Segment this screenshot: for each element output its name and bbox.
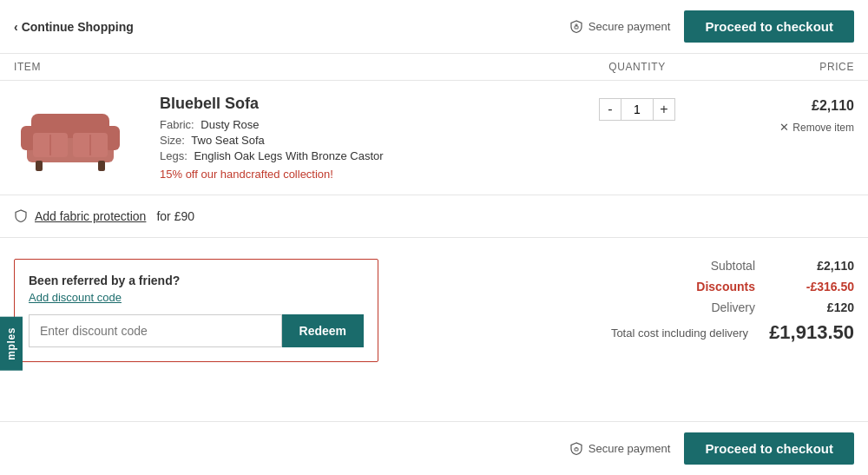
samples-tab[interactable]: mples bbox=[0, 317, 23, 371]
proceed-checkout-button-bottom[interactable]: Proceed to checkout bbox=[684, 432, 854, 465]
svg-rect-13 bbox=[575, 448, 578, 451]
secure-payment-label-top: Secure payment bbox=[589, 20, 671, 33]
order-summary: Subtotal £2,110 Discounts -£316.50 Deliv… bbox=[406, 259, 854, 362]
size-label: Size: bbox=[160, 134, 185, 147]
chevron-left-icon: ‹ bbox=[14, 20, 18, 34]
discounts-value: -£316.50 bbox=[776, 280, 854, 294]
item-size: Size: Two Seat Sofa bbox=[160, 134, 552, 147]
close-icon: ✕ bbox=[779, 121, 789, 134]
summary-subtotal-row: Subtotal £2,110 bbox=[406, 259, 854, 273]
item-details: Bluebell Sofa Fabric: Dusty Rose Size: T… bbox=[153, 95, 559, 181]
discount-title: Been referred by a friend? bbox=[29, 274, 364, 287]
secure-payment-bottom: Secure payment bbox=[569, 442, 671, 456]
item-name: Bluebell Sofa bbox=[160, 95, 552, 113]
legs-value: English Oak Legs With Bronze Castor bbox=[194, 149, 383, 162]
subtotal-label: Subtotal bbox=[599, 259, 755, 273]
delivery-value: £120 bbox=[776, 300, 854, 314]
quantity-increase-button[interactable]: + bbox=[653, 98, 675, 121]
svg-rect-0 bbox=[575, 26, 578, 29]
summary-total-row: Total cost including delivery £1,913.50 bbox=[406, 321, 854, 344]
discount-code-input[interactable] bbox=[29, 314, 282, 347]
size-value: Two Seat Sofa bbox=[191, 134, 265, 147]
top-bar: ‹ Continue Shopping Secure payment Proce… bbox=[0, 0, 868, 54]
fabric-label: Fabric: bbox=[160, 118, 194, 131]
subtotal-value: £2,110 bbox=[776, 259, 854, 273]
fabric-value: Dusty Rose bbox=[201, 118, 259, 131]
col-quantity-header: QUANTITY bbox=[559, 61, 715, 73]
total-value: £1,913.50 bbox=[769, 321, 854, 344]
bottom-bar: Secure payment Proceed to checkout bbox=[0, 421, 868, 475]
discounts-label: Discounts bbox=[599, 280, 755, 294]
item-fabric: Fabric: Dusty Rose bbox=[160, 118, 552, 131]
item-price: £2,110 bbox=[715, 98, 854, 114]
svg-point-2 bbox=[575, 23, 577, 25]
discount-input-row: Redeem bbox=[29, 314, 364, 347]
proceed-checkout-button-top[interactable]: Proceed to checkout bbox=[684, 10, 854, 43]
quantity-decrease-button[interactable]: - bbox=[599, 98, 621, 121]
fabric-protection-suffix: for £90 bbox=[156, 209, 194, 223]
col-empty-header bbox=[153, 61, 559, 73]
shield-icon-fabric bbox=[14, 209, 28, 223]
item-discount-text: 15% off our handcrafted collection! bbox=[160, 168, 552, 181]
table-header: ITEM QUANTITY PRICE bbox=[0, 54, 868, 81]
svg-rect-9 bbox=[36, 161, 43, 171]
svg-rect-10 bbox=[98, 161, 105, 171]
product-image bbox=[14, 95, 127, 177]
redeem-button[interactable]: Redeem bbox=[282, 314, 364, 347]
sofa-image-svg bbox=[14, 95, 127, 177]
quantity-input[interactable] bbox=[621, 98, 653, 121]
discount-section: Been referred by a friend? Add discount … bbox=[14, 259, 378, 362]
shield-lock-icon-bottom bbox=[569, 442, 583, 456]
col-price-header: PRICE bbox=[715, 61, 854, 73]
total-label: Total cost including delivery bbox=[592, 327, 748, 340]
add-discount-link[interactable]: Add discount code bbox=[29, 291, 364, 304]
top-bar-right: Secure payment Proceed to checkout bbox=[569, 10, 854, 43]
secure-payment-top: Secure payment bbox=[569, 20, 671, 34]
continue-shopping-label: Continue Shopping bbox=[22, 20, 134, 34]
fabric-protection-link[interactable]: Add fabric protection bbox=[35, 209, 146, 223]
fabric-protection-row: Add fabric protection for £90 bbox=[0, 195, 868, 238]
shield-lock-icon bbox=[569, 20, 583, 34]
secure-payment-label-bottom: Secure payment bbox=[589, 442, 671, 455]
delivery-label: Delivery bbox=[599, 300, 755, 314]
cart-item-row: Bluebell Sofa Fabric: Dusty Rose Size: T… bbox=[0, 81, 868, 195]
summary-delivery-row: Delivery £120 bbox=[406, 300, 854, 314]
svg-point-14 bbox=[575, 446, 577, 448]
item-price-column: £2,110 ✕ Remove item bbox=[715, 95, 854, 134]
col-item-header: ITEM bbox=[14, 61, 153, 73]
remove-item-button[interactable]: ✕ Remove item bbox=[715, 121, 854, 134]
summary-discounts-row: Discounts -£316.50 bbox=[406, 280, 854, 294]
continue-shopping-link[interactable]: ‹ Continue Shopping bbox=[14, 20, 134, 34]
quantity-control: - + bbox=[559, 95, 715, 121]
remove-item-label: Remove item bbox=[792, 122, 854, 134]
item-legs: Legs: English Oak Legs With Bronze Casto… bbox=[160, 149, 552, 162]
legs-label: Legs: bbox=[160, 149, 187, 162]
bottom-section: Been referred by a friend? Add discount … bbox=[0, 238, 868, 383]
